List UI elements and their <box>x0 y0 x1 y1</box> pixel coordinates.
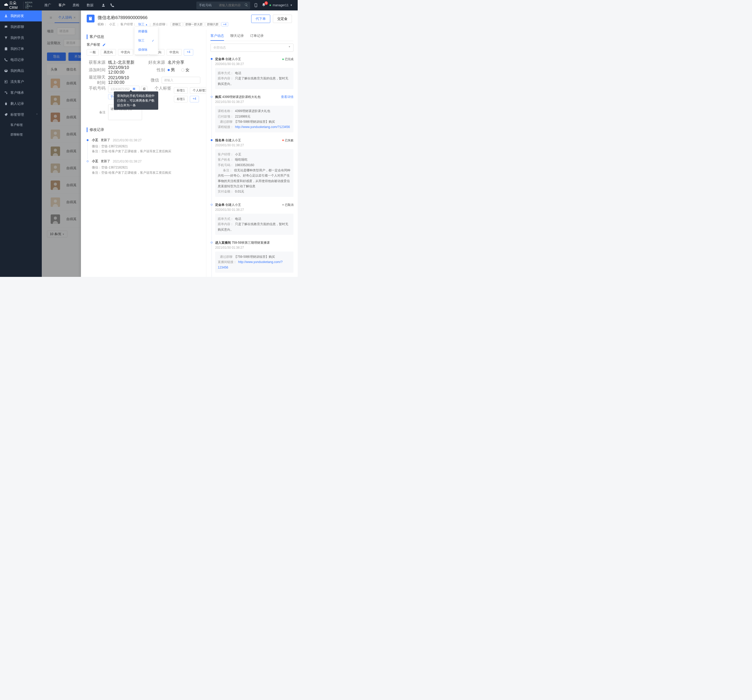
timeline-item: 加入群聊 759-59班理财训练营2021/01/30 01:38:27入群方式… <box>215 276 294 277</box>
personal-tag: 标签1 <box>174 87 188 94</box>
proxy-order-button[interactable]: 代下单 <box>251 15 270 23</box>
sidebar-item-1[interactable]: 我的群聊 <box>0 22 42 33</box>
customer-drawer: 微信名称6789990000966 昵称：小王 | 客户经理： 张三 ▲ 师馨薇… <box>81 11 298 277</box>
personal-tag: 个人标签12 <box>190 87 206 94</box>
person-icon[interactable] <box>101 3 106 7</box>
manager-dropdown-trigger[interactable]: 张三 ▲ 师馨薇张三✓俱保咏 <box>138 22 148 26</box>
phone-icon[interactable] <box>110 3 114 7</box>
nav-质检[interactable]: 质检 <box>73 0 79 10</box>
tag-more[interactable]: +4 <box>184 49 193 56</box>
sidebar-sub[interactable]: 客户标签 <box>0 120 42 130</box>
timeline-item: 定金单 创建人小王已取消2020/01/30 01:38:27跟单方式：电话跟单… <box>215 201 294 238</box>
timeline-item: 购买 4399理财课进阶课程大礼包查看详情2021/01/30 01:38:27… <box>215 93 294 136</box>
timeline-item: 定金单 创建人小王已完成2020/01/30 01:38:27跟单方式：电话跟单… <box>215 55 294 93</box>
dropdown-option[interactable]: 师馨薇 <box>134 27 158 36</box>
timeline-item: 报名单 创建人小王已失败2020/01/30 01:38:27客户经理：小王客户… <box>215 136 294 201</box>
view-detail-link[interactable]: 查看详情 <box>281 95 294 99</box>
ptag-more[interactable]: +4 <box>190 96 199 103</box>
nav-数据[interactable]: 数据 <box>87 0 93 10</box>
search-icon <box>244 3 248 7</box>
phone-tooltip: 查询到此手机号码在系统中已存在，可以将两条客户数据合并为一条 <box>114 92 158 110</box>
activity-tab[interactable]: 聊天记录 <box>230 31 244 41</box>
deposit-button[interactable]: 交定金 <box>273 15 292 23</box>
svg-rect-3 <box>6 93 7 94</box>
sidebar-item-9[interactable]: 标签管理˄ <box>0 109 42 120</box>
activity-filter[interactable]: 全部动态▼ <box>210 44 294 52</box>
customer-tag: 中意向 <box>118 49 133 56</box>
qr-icon[interactable]: ▦ <box>133 87 135 90</box>
activity-tab[interactable]: 订单记录 <box>250 31 264 41</box>
customer-tag: 一般 <box>87 49 99 56</box>
sidebar-item-8[interactable]: 删人记录 <box>0 98 42 109</box>
link[interactable]: http://www.yunduoketang.com/?123456 <box>235 125 290 129</box>
nav-推广[interactable]: 推广 <box>44 0 51 10</box>
svg-rect-23 <box>90 17 91 18</box>
edit-icon[interactable] <box>103 43 106 47</box>
topbar: 云朵CRM 教育机构一站式服务云平台 推广客户质检数据 手机号码 5 manag… <box>0 0 298 11</box>
sidebar: 我的好友我的群聊我的学员我的订单电话记录我的商品流失客户客户继承删人记录标签管理… <box>0 11 42 277</box>
svg-rect-2 <box>5 92 6 92</box>
sidebar-item-6[interactable]: 流失客户 <box>0 76 42 87</box>
logo: 云朵CRM 教育机构一站式服务云平台 <box>0 1 34 10</box>
group-tag: 群聊六群 <box>205 22 221 26</box>
user-menu[interactable]: manager11▼ <box>269 3 292 7</box>
mobile-icon[interactable] <box>254 3 258 7</box>
log-item: 小王更新了2021/01/30 01:38:27微信：空值-1367218282… <box>87 135 200 156</box>
drawer-title: 微信名称6789990000966 <box>98 15 248 21</box>
activity-tab[interactable]: 客户动态 <box>210 31 224 41</box>
timeline-item: 进入直播间 759-59班第三期理财直播课2021/01/30 01:38:27… <box>215 238 294 276</box>
sidebar-item-7[interactable]: 客户继承 <box>0 87 42 98</box>
dropdown-option[interactable]: 俱保咏 <box>134 45 158 54</box>
sidebar-item-2[interactable]: 我的学员 <box>0 33 42 44</box>
customer-tag: 中意向 <box>166 49 182 56</box>
svg-rect-22 <box>89 17 92 20</box>
wechat-input[interactable] <box>162 77 200 84</box>
gender-male-radio[interactable]: 男 <box>168 67 175 73</box>
personal-tag: 标签1 <box>174 96 188 103</box>
dropdown-option[interactable]: 张三✓ <box>134 36 158 45</box>
sidebar-sub[interactable]: 群聊标签 <box>0 130 42 140</box>
sidebar-item-5[interactable]: 我的商品 <box>0 65 42 76</box>
bell-icon[interactable]: 5 <box>262 3 266 8</box>
group-more[interactable]: +4 <box>221 22 228 26</box>
sidebar-item-4[interactable]: 电话记录 <box>0 54 42 65</box>
nav-客户[interactable]: 客户 <box>59 0 65 10</box>
gender-female-radio[interactable]: 女 <box>181 67 190 73</box>
group-tag: 群聊三 <box>171 22 183 26</box>
search[interactable]: 手机号码 <box>196 2 250 9</box>
customer-tag: 高意向 <box>101 49 116 56</box>
wechat-icon <box>87 15 95 22</box>
group-tag: 群聊一群大群 <box>183 22 204 26</box>
log-item: 小王更新了2021/01/30 01:38:27微信：空值-1367218282… <box>87 156 200 177</box>
sidebar-item-3[interactable]: 我的订单 <box>0 44 42 54</box>
sidebar-item-0[interactable]: 我的好友 <box>0 11 42 22</box>
